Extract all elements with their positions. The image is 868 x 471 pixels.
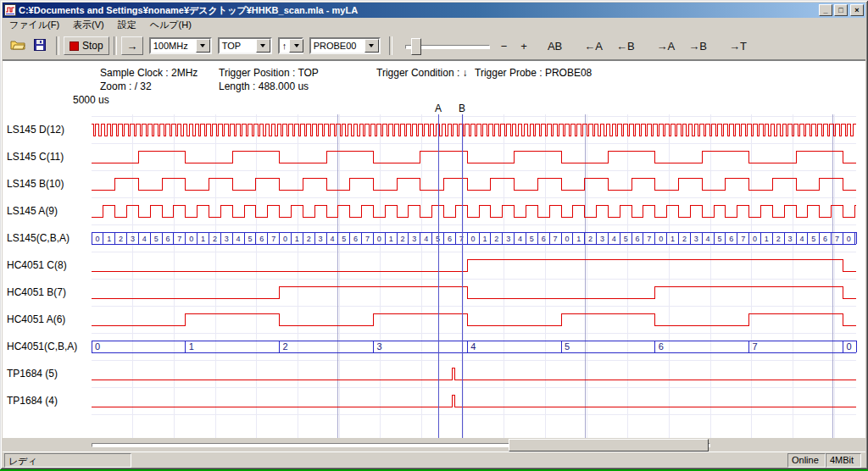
bus-cell-value: 1: [765, 235, 769, 243]
status-online: Online: [787, 453, 826, 468]
zoom-out-button[interactable]: −: [497, 37, 512, 55]
channel-label[interactable]: LS145(C,B,A): [7, 232, 70, 244]
bus-cell-value: 4: [470, 341, 476, 352]
open-button[interactable]: [8, 36, 28, 55]
channel-label[interactable]: LS145 D(12): [7, 124, 64, 136]
bus-cell-value: 5: [248, 235, 252, 243]
bus-cell-value: 0: [753, 235, 757, 243]
bus-cell-value: 4: [142, 235, 147, 243]
bus-cell-value: 5: [530, 235, 534, 243]
bus-cell-value: 5: [565, 341, 570, 352]
channel-label[interactable]: LS145 A(9): [7, 205, 58, 217]
trigger-edge-select[interactable]: ↑: [278, 37, 303, 54]
trigger-position-select[interactable]: TOP: [218, 37, 272, 54]
menu-file[interactable]: ファイル(F): [3, 17, 66, 33]
bus-cell-value: 3: [600, 235, 604, 243]
goto-b-left-button[interactable]: ←B: [612, 37, 639, 55]
zoom-slider-handle[interactable]: [411, 38, 421, 55]
goto-b-right-button[interactable]: →B: [684, 37, 711, 55]
bus-cell-value: 5: [717, 235, 721, 243]
bus-cell-value: 0: [847, 235, 851, 243]
close-button[interactable]: ×: [850, 4, 864, 16]
stop-button[interactable]: Stop: [64, 36, 109, 55]
bus-cell-value: 2: [588, 235, 593, 243]
bus-cell-value: 1: [482, 235, 487, 243]
bus-cell-value: 6: [353, 235, 358, 243]
stop-icon: [70, 42, 79, 51]
save-button[interactable]: [30, 36, 50, 55]
goto-a-right-button[interactable]: →A: [653, 37, 680, 55]
bus-cell-value: 3: [131, 235, 135, 243]
bus-cell-value: 7: [647, 235, 651, 243]
bus-cell-value: 0: [471, 235, 476, 243]
bus-cell-value: 4: [330, 235, 334, 243]
bus-cell-value: 1: [107, 235, 111, 243]
bus-cell-value: 3: [506, 235, 510, 243]
bus-cell-value: 2: [119, 235, 123, 243]
bus-cell-value: 2: [401, 235, 405, 243]
chevron-down-icon[interactable]: [289, 39, 303, 53]
bus-cell-value: 2: [307, 235, 311, 243]
bus-cell-value: 6: [636, 235, 640, 243]
channel-label[interactable]: LS145 B(10): [7, 178, 64, 190]
app-window: C:¥Documents and Settings¥noname¥デスクトップ¥…: [0, 0, 868, 469]
chevron-down-icon[interactable]: [364, 39, 379, 53]
bus-cell-value: 0: [565, 235, 569, 243]
bus-cell-value: 6: [659, 341, 664, 352]
toolbar: Stop → 100MHz TOP ↑ PROBE00 − + AB ←A ←B: [3, 32, 865, 60]
maximize-button[interactable]: □: [834, 4, 848, 16]
channel-label[interactable]: LS145 C(11): [7, 151, 64, 163]
bus-cell-value: 2: [213, 235, 217, 243]
status-bar: レディ Online 4MBit: [3, 452, 865, 468]
bus-cell-value: 4: [424, 235, 428, 243]
waveform-display[interactable]: LS145 D(12)LS145 C(11)LS145 B(10)LS145 A…: [3, 61, 865, 439]
run-button[interactable]: →: [121, 36, 143, 55]
bus-cell-value: 1: [189, 341, 194, 352]
bus-cell-value: 5: [624, 235, 628, 243]
clock-select[interactable]: 100MHz: [149, 37, 212, 54]
bus-cell-value: 0: [283, 235, 287, 243]
bus-cell-value: 5: [811, 235, 815, 243]
bus-cell-value: 0: [95, 235, 99, 243]
bus-cell-value: 2: [494, 235, 498, 243]
bus-cell-value: 7: [365, 235, 370, 243]
toolbar-separator: [114, 36, 117, 55]
zoom-slider[interactable]: [403, 36, 492, 55]
scrollbar-thumb[interactable]: [509, 439, 709, 452]
menu-bar: ファイル(F) 表示(V) 設定 ヘルプ(H): [3, 18, 865, 32]
title-bar[interactable]: C:¥Documents and Settings¥noname¥デスクトップ¥…: [3, 3, 865, 18]
bus-cell-value: 7: [554, 235, 558, 243]
channel-label[interactable]: HC4051(C,B,A): [7, 341, 77, 352]
channel-label[interactable]: TP1684 (5): [7, 368, 58, 380]
bus-cell-value: 2: [776, 235, 781, 243]
channel-label[interactable]: HC4051 C(8): [7, 259, 67, 271]
bus-cell-value: 1: [670, 235, 675, 243]
waveform-trace: [92, 205, 856, 217]
bus-cell-value: 6: [729, 235, 733, 243]
bus-cell-value: 4: [518, 235, 522, 243]
chevron-down-icon[interactable]: [256, 39, 270, 53]
chevron-down-icon[interactable]: [196, 39, 210, 53]
goto-a-left-button[interactable]: ←A: [580, 37, 607, 55]
waveform-trace: [92, 151, 856, 163]
goto-trigger-button[interactable]: →T: [725, 37, 751, 55]
bus-cell-value: 6: [259, 235, 264, 243]
bus-cell-value: 3: [694, 235, 698, 243]
menu-view[interactable]: 表示(V): [66, 17, 111, 33]
bus-cell-value: 4: [612, 235, 616, 243]
marker-b-label: B: [459, 103, 465, 114]
ab-button[interactable]: AB: [543, 37, 566, 55]
minimize-button[interactable]: _: [819, 4, 832, 16]
bus-cell-value: 2: [682, 235, 687, 243]
toolbar-separator: [56, 36, 59, 55]
channel-label[interactable]: HC4051 B(7): [7, 286, 66, 298]
bus-cell-value: 0: [846, 341, 851, 352]
channel-label[interactable]: TP1684 (4): [7, 395, 58, 407]
app-icon: [4, 4, 16, 16]
channel-label[interactable]: HC4051 A(6): [7, 313, 65, 325]
trigger-probe-select[interactable]: PROBE00: [309, 37, 381, 54]
zoom-in-button[interactable]: +: [516, 37, 531, 55]
menu-settings[interactable]: 設定: [111, 17, 143, 33]
waveform-trace: [92, 124, 856, 136]
menu-help[interactable]: ヘルプ(H): [143, 17, 198, 33]
